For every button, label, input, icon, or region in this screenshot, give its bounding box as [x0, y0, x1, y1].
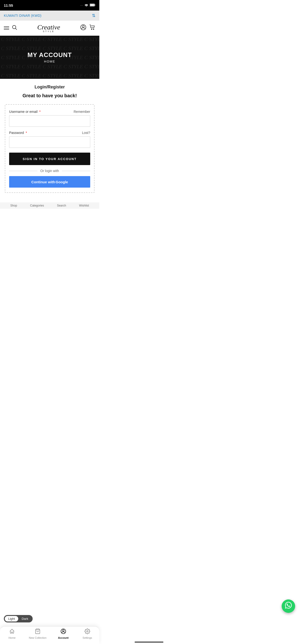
password-input[interactable] [9, 136, 90, 148]
hero-title: MY ACCOUNT [28, 51, 72, 59]
google-btn-text: Continue with [32, 180, 55, 184]
svg-line-4 [16, 28, 17, 30]
or-text: Or login with [40, 169, 59, 173]
svg-point-6 [82, 26, 84, 28]
password-required: * [26, 131, 27, 135]
toolbar-wishlist[interactable]: Wishlist [79, 204, 89, 207]
currency-arrows-icon: ⇅ [92, 13, 95, 18]
divider-line-left [9, 171, 37, 171]
username-label: Username or email [9, 110, 37, 114]
header: Creative STYLE [0, 20, 99, 36]
google-signin-button[interactable]: Continue with Google [9, 176, 90, 188]
brand-logo: Creative STYLE [17, 24, 80, 32]
username-required: * [39, 110, 41, 114]
toolbar-search[interactable]: Search [57, 204, 66, 207]
svg-point-3 [13, 26, 16, 29]
username-input[interactable] [9, 115, 90, 127]
lost-password-link[interactable]: Lost? [82, 131, 90, 135]
toolbar-categories[interactable]: Categories [30, 204, 44, 207]
wifi-icon [84, 3, 88, 8]
main-content: Login/Register Great to have you back! U… [0, 79, 99, 202]
signin-button[interactable]: SIGN IN TO YOUR ACCOUNT [9, 152, 90, 165]
welcome-text: Great to have you back! [5, 93, 95, 98]
svg-point-7 [91, 29, 92, 30]
status-bar: 11:55 ··· [0, 0, 99, 10]
currency-bar[interactable]: KUWAITI DINAR (KWD) ⇅ [0, 10, 99, 20]
google-btn-bold: Google [56, 180, 68, 184]
svg-rect-2 [90, 4, 94, 6]
status-icons: ··· [80, 3, 95, 8]
search-button[interactable] [12, 25, 17, 32]
hero-banner: C STYLE C STYLE C STYLE C STYLE C STYLE … [0, 36, 99, 79]
status-time: 11:55 [4, 3, 13, 8]
header-left [4, 25, 17, 32]
password-label: Password [9, 131, 24, 135]
signal-dots-icon: ··· [80, 4, 83, 7]
bottom-toolbar-hint: Shop Categories Search Wishlist [0, 202, 99, 209]
section-title: Login/Register [5, 84, 95, 90]
login-form-container: Username or email * Remember Password * … [5, 104, 95, 193]
divider-line-right [62, 171, 90, 171]
username-field-row: Username or email * Remember [9, 110, 90, 114]
menu-button[interactable] [4, 26, 9, 30]
hero-subtitle: HOME [44, 60, 55, 63]
battery-icon [90, 3, 95, 8]
user-icon[interactable] [80, 24, 86, 32]
password-label-group: Password * [9, 130, 27, 135]
remember-link[interactable]: Remember [74, 110, 90, 114]
or-divider: Or login with [9, 169, 90, 173]
username-label-group: Username or email * [9, 110, 41, 114]
header-right [80, 24, 95, 32]
toolbar-shop[interactable]: Shop [10, 204, 17, 207]
svg-point-8 [93, 29, 94, 30]
currency-label: KUWAITI DINAR (KWD) [4, 14, 42, 18]
svg-rect-1 [95, 4, 95, 6]
password-field-row: Password * Lost? [9, 130, 90, 135]
cart-icon[interactable] [89, 24, 95, 32]
